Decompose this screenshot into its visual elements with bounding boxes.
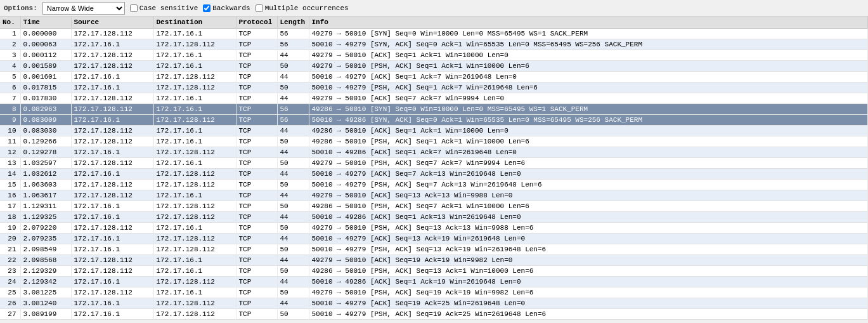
cell-info: 50010 → 49279 [ACK] Seq=1 Ack=7 Win=2619… — [309, 72, 868, 82]
cell-protocol: TCP — [236, 234, 277, 244]
cell-time: 0.000112 — [20, 50, 71, 61]
cell-length: 56 — [277, 115, 309, 126]
backwards-checkbox-label[interactable]: Backwards — [203, 4, 250, 12]
table-row[interactable]: 212.098549172.17.16.1172.17.128.112TCP50… — [0, 244, 868, 255]
cell-protocol: TCP — [236, 82, 277, 93]
table-row[interactable]: 90.083009172.17.16.1172.17.128.112TCP565… — [0, 115, 868, 126]
cell-length: 44 — [277, 126, 309, 136]
cell-length: 44 — [277, 255, 309, 266]
cell-source: 172.17.128.112 — [71, 50, 153, 61]
cell-destination: 172.17.16.1 — [153, 136, 236, 147]
multiple-occurrences-checkbox-label[interactable]: Multiple occurrences — [256, 4, 349, 12]
cell-destination: 172.17.128.112 — [153, 277, 236, 287]
cell-info: 50010 → 49286 [SYN, ACK] Seq=0 Ack=1 Win… — [309, 115, 868, 126]
case-sensitive-checkbox[interactable] — [130, 4, 138, 12]
table-row[interactable]: 50.001601172.17.16.1172.17.128.112TCP445… — [0, 72, 868, 82]
table-row[interactable]: 20.000063172.17.16.1172.17.128.112TCP565… — [0, 39, 868, 50]
cell-destination: 172.17.16.1 — [153, 223, 236, 234]
search-select[interactable]: Narrow & Wide — [42, 2, 125, 15]
table-row[interactable]: 253.081225172.17.128.112172.17.16.1TCP50… — [0, 287, 868, 298]
cell-info: 49279 → 50010 [SYN] Seq=0 Win=10000 Len=… — [309, 29, 868, 39]
cell-source: 172.17.128.112 — [71, 266, 153, 277]
table-container: No. Time Source Destination Protocol Len… — [0, 16, 868, 323]
cell-info: 50010 → 49286 [ACK] Seq=1 Ack=13 Win=261… — [309, 212, 868, 223]
cell-no: 17 — [0, 201, 20, 212]
cell-time: 0.083009 — [20, 115, 71, 126]
cell-destination: 172.17.16.1 — [153, 126, 236, 136]
cell-info: 50010 → 49279 [PSH, ACK] Seq=19 Ack=25 W… — [309, 309, 868, 320]
cell-protocol: TCP — [236, 244, 277, 255]
table-row[interactable]: 30.000112172.17.128.112172.17.16.1TCP444… — [0, 50, 868, 61]
cell-info: 50010 → 49279 [PSH, ACK] Seq=7 Ack=13 Wi… — [309, 180, 868, 190]
table-row[interactable]: 151.063603172.17.128.112172.17.128.112TC… — [0, 180, 868, 190]
cell-protocol: TCP — [236, 223, 277, 234]
col-header-info: Info — [309, 16, 868, 29]
cell-length: 50 — [277, 223, 309, 234]
table-row[interactable]: 242.129342172.17.16.1172.17.128.112TCP44… — [0, 277, 868, 287]
cell-destination: 172.17.128.112 — [153, 180, 236, 190]
cell-time: 1.032612 — [20, 169, 71, 180]
table-row[interactable]: 141.032612172.17.16.1172.17.128.112TCP44… — [0, 169, 868, 180]
table-row[interactable]: 273.089199172.17.16.1172.17.128.112TCP50… — [0, 309, 868, 320]
table-header-row: No. Time Source Destination Protocol Len… — [0, 16, 868, 29]
cell-destination: 172.17.16.1 — [153, 29, 236, 39]
cell-info: 49286 → 50010 [ACK] Seq=1 Ack=1 Win=1000… — [309, 126, 868, 136]
cell-destination: 172.17.128.112 — [153, 147, 236, 158]
options-label: Options: — [4, 4, 37, 12]
multiple-occurrences-label: Multiple occurrences — [265, 4, 349, 12]
table-row[interactable]: 192.079220172.17.128.112172.17.16.1TCP50… — [0, 223, 868, 234]
cell-info: 49279 → 50010 [PSH, ACK] Seq=7 Ack=7 Win… — [309, 158, 868, 169]
cell-no: 13 — [0, 158, 20, 169]
table-row[interactable]: 70.017830172.17.128.112172.17.16.1TCP444… — [0, 93, 868, 104]
cell-length: 56 — [277, 104, 309, 115]
cell-source: 172.17.16.1 — [71, 147, 153, 158]
table-row[interactable]: 120.129278172.17.16.1172.17.128.112TCP44… — [0, 147, 868, 158]
cell-source: 172.17.16.1 — [71, 298, 153, 309]
cell-length: 44 — [277, 298, 309, 309]
table-row[interactable]: 161.063617172.17.128.112172.17.16.1TCP44… — [0, 190, 868, 201]
table-row[interactable]: 40.001589172.17.128.112172.17.16.1TCP504… — [0, 61, 868, 72]
table-row[interactable]: 60.017815172.17.16.1172.17.128.112TCP505… — [0, 82, 868, 93]
cell-time: 1.032597 — [20, 158, 71, 169]
cell-protocol: TCP — [236, 136, 277, 147]
cell-destination: 172.17.128.112 — [153, 234, 236, 244]
table-row[interactable]: 263.081240172.17.16.1172.17.128.112TCP44… — [0, 298, 868, 309]
col-header-time: Time — [20, 16, 71, 29]
col-header-destination: Destination — [153, 16, 236, 29]
table-row[interactable]: 110.129266172.17.128.112172.17.16.1TCP50… — [0, 136, 868, 147]
cell-no: 5 — [0, 72, 20, 82]
cell-time: 0.129278 — [20, 147, 71, 158]
table-row[interactable]: 10.000000172.17.128.112172.17.16.1TCP564… — [0, 29, 868, 39]
table-row[interactable]: 202.079235172.17.16.1172.17.128.112TCP44… — [0, 234, 868, 244]
table-row[interactable]: 171.129311172.17.16.1172.17.128.112TCP50… — [0, 201, 868, 212]
cell-time: 3.081225 — [20, 287, 71, 298]
cell-no: 19 — [0, 223, 20, 234]
cell-time: 3.081240 — [20, 298, 71, 309]
cell-length: 44 — [277, 147, 309, 158]
cell-length: 50 — [277, 244, 309, 255]
table-row[interactable]: 232.129329172.17.128.112172.17.16.1TCP50… — [0, 266, 868, 277]
table-row[interactable]: 100.083030172.17.128.112172.17.16.1TCP44… — [0, 126, 868, 136]
cell-length: 50 — [277, 136, 309, 147]
cell-source: 172.17.128.112 — [71, 126, 153, 136]
table-row[interactable]: 181.129325172.17.16.1172.17.128.112TCP44… — [0, 212, 868, 223]
cell-no: 27 — [0, 309, 20, 320]
cell-source: 172.17.16.1 — [71, 72, 153, 82]
cell-info: 49286 → 50010 [PSH, ACK] Seq=7 Ack=1 Win… — [309, 201, 868, 212]
cell-info: 49286 → 50010 [SYN] Seq=0 Win=10000 Len=… — [309, 104, 868, 115]
col-header-length: Length — [277, 16, 309, 29]
cell-time: 0.017815 — [20, 82, 71, 93]
cell-no: 7 — [0, 93, 20, 104]
table-row[interactable]: 131.032597172.17.128.112172.17.16.1TCP50… — [0, 158, 868, 169]
cell-destination: 172.17.16.1 — [153, 266, 236, 277]
cell-info: 49279 → 50010 [ACK] Seq=13 Ack=13 Win=99… — [309, 190, 868, 201]
case-sensitive-checkbox-label[interactable]: Case sensitive — [130, 4, 198, 12]
table-row[interactable]: 80.082963172.17.128.112172.17.16.1TCP564… — [0, 104, 868, 115]
cell-length: 50 — [277, 266, 309, 277]
backwards-checkbox[interactable] — [203, 4, 211, 12]
multiple-occurrences-checkbox[interactable] — [256, 4, 263, 12]
table-row[interactable]: 222.098568172.17.128.112172.17.16.1TCP44… — [0, 255, 868, 266]
cell-destination: 172.17.128.112 — [153, 201, 236, 212]
cell-info: 49286 → 50010 [PSH, ACK] Seq=13 Ack=1 Wi… — [309, 266, 868, 277]
cell-time: 0.001589 — [20, 61, 71, 72]
